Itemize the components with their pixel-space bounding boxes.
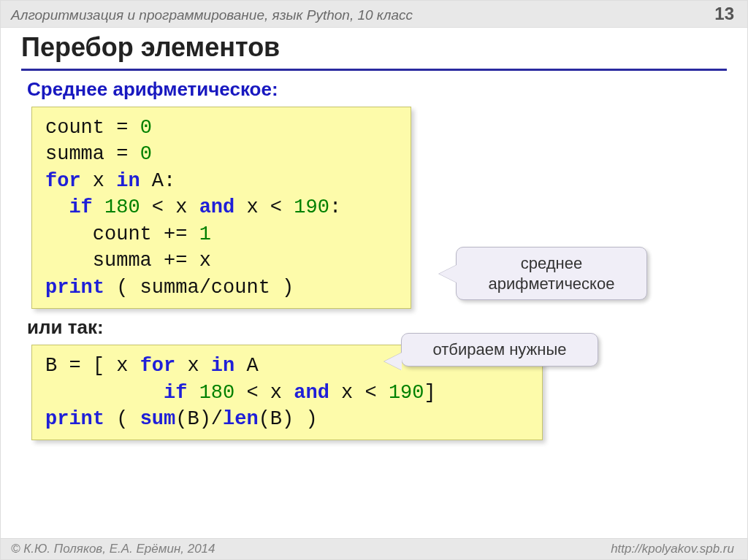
callout-filter: отбираем нужные bbox=[401, 333, 598, 367]
topbar-title: Алгоритмизация и программирование, язык … bbox=[11, 7, 413, 23]
code-number: 180 bbox=[104, 196, 140, 218]
code-text bbox=[45, 196, 69, 218]
code-text bbox=[45, 382, 164, 404]
code-number: 190 bbox=[294, 196, 329, 218]
code-text: < x bbox=[234, 382, 294, 404]
code-text: ] bbox=[424, 382, 436, 404]
code-number: 1 bbox=[199, 223, 211, 245]
page-number: 13 bbox=[714, 4, 734, 24]
code-text: = bbox=[104, 117, 140, 139]
footer: © К.Ю. Поляков, Е.А. Ерёмин, 2014 http:/… bbox=[1, 538, 747, 559]
callout-line: среднее bbox=[470, 253, 633, 274]
code-text: x < bbox=[234, 196, 294, 218]
code-keyword: print bbox=[45, 408, 104, 430]
code-number: 190 bbox=[389, 382, 424, 404]
section-label-mean: Среднее арифметическое: bbox=[27, 78, 727, 101]
code-keyword: for bbox=[45, 170, 81, 192]
callout-text: отбираем нужные bbox=[433, 340, 567, 358]
code-text bbox=[187, 382, 199, 404]
code-keyword: len bbox=[223, 408, 259, 430]
code-text: count bbox=[45, 117, 104, 139]
code-number: 0 bbox=[140, 143, 152, 165]
code-text: summa bbox=[45, 143, 104, 165]
code-text: < x bbox=[140, 196, 199, 218]
code-number: 0 bbox=[140, 117, 152, 139]
code-text: x < bbox=[329, 382, 389, 404]
code-text: : bbox=[329, 196, 341, 218]
footer-copyright: © К.Ю. Поляков, Е.А. Ерёмин, 2014 bbox=[11, 542, 215, 556]
code-text bbox=[93, 196, 104, 218]
code-keyword: if bbox=[69, 196, 92, 218]
callout-tail-icon bbox=[384, 353, 402, 370]
topbar: Алгоритмизация и программирование, язык … bbox=[1, 1, 747, 28]
slide: Алгоритмизация и программирование, язык … bbox=[0, 0, 748, 560]
footer-url: http://kpolyakov.spb.ru bbox=[611, 542, 734, 556]
code-keyword: for bbox=[140, 355, 176, 377]
code-text: A bbox=[234, 355, 258, 377]
code-text: (B)/ bbox=[175, 408, 223, 430]
code-text: ( bbox=[104, 408, 140, 430]
code-text: = bbox=[104, 143, 140, 165]
or-label: или так: bbox=[27, 316, 727, 339]
code-text: A: bbox=[140, 170, 176, 192]
code-block-1: count = 0 summa = 0 for x in A: if 180 <… bbox=[31, 107, 411, 309]
code-text: x bbox=[175, 355, 211, 377]
callout-tail-icon bbox=[439, 265, 457, 283]
code-text: (B) ) bbox=[259, 408, 318, 430]
page-title: Перебор элементов bbox=[21, 32, 727, 71]
code-keyword: and bbox=[199, 196, 235, 218]
code-keyword: if bbox=[164, 382, 187, 404]
callout-mean: среднее арифметическое bbox=[456, 247, 647, 300]
code-text: summa += x bbox=[45, 250, 211, 272]
code-text: ( summa/count ) bbox=[104, 277, 294, 299]
callout-line: арифметическое bbox=[470, 274, 633, 294]
code-text: B = [ x bbox=[45, 355, 140, 377]
code-text: x bbox=[81, 170, 117, 192]
code-keyword: in bbox=[211, 355, 234, 377]
code-keyword: and bbox=[294, 382, 329, 404]
code-keyword: sum bbox=[140, 408, 176, 430]
code-text: count += bbox=[45, 223, 199, 245]
code-keyword: in bbox=[116, 170, 140, 192]
code-number: 180 bbox=[199, 382, 235, 404]
code-keyword: print bbox=[45, 277, 104, 299]
content-area: Перебор элементов Среднее арифметическое… bbox=[1, 28, 747, 440]
